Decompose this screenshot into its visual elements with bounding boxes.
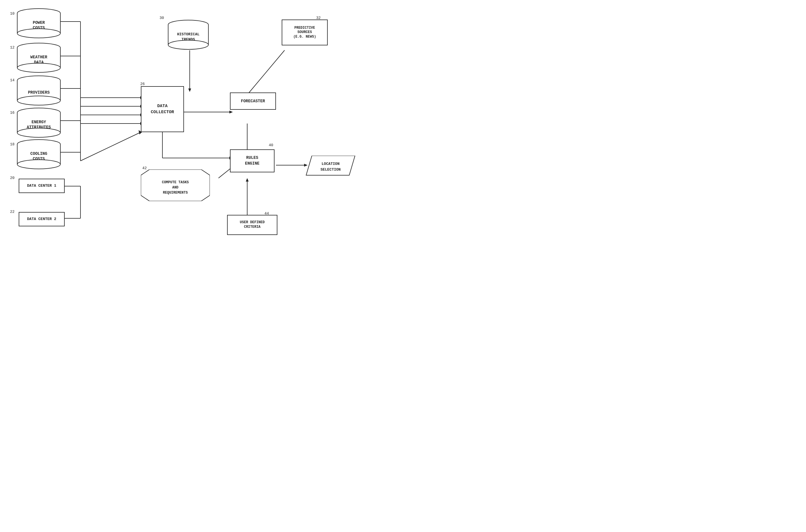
- svg-text:AND: AND: [172, 186, 179, 190]
- box-forecaster: FORECASTER: [230, 93, 276, 110]
- svg-marker-21: [188, 89, 191, 92]
- cylinder-cooling-costs: COOLING COSTS: [16, 139, 62, 171]
- ref-12: 12: [10, 45, 15, 50]
- cylinder-weather-data: WEATHER DATA: [16, 42, 62, 74]
- ref-20: 20: [10, 176, 15, 180]
- cylinder-power-costs: POWER COSTS: [16, 8, 62, 40]
- label-forecaster: FORECASTER: [241, 98, 265, 104]
- label-data-collector: DATACOLLECTOR: [151, 103, 174, 115]
- svg-text:POWER: POWER: [33, 20, 45, 25]
- label-data-center-1: DATA CENTER 1: [27, 184, 56, 188]
- svg-line-24: [247, 50, 285, 95]
- box-data-center-1: DATA CENTER 1: [19, 179, 65, 193]
- ref-16: 16: [10, 111, 15, 115]
- ref-14: 14: [10, 78, 15, 82]
- svg-text:COSTS: COSTS: [33, 25, 45, 30]
- box-rules-engine: RULESENGINE: [230, 149, 275, 172]
- ref-26: 26: [140, 82, 145, 86]
- ref-22: 22: [10, 210, 15, 214]
- label-user-defined-criteria: USER DEFINEDCRITERIA: [240, 220, 264, 229]
- box-user-defined-criteria: USER DEFINEDCRITERIA: [227, 215, 277, 235]
- svg-text:ATTRIBUTES: ATTRIBUTES: [27, 125, 51, 130]
- svg-text:LOCATION: LOCATION: [322, 162, 340, 166]
- box-data-collector: DATACOLLECTOR: [141, 86, 184, 132]
- svg-text:WEATHER: WEATHER: [31, 55, 48, 59]
- octagon-compute-tasks: COMPUTE TASKS AND REQUIREMENTS: [141, 170, 210, 201]
- svg-marker-23: [230, 111, 233, 113]
- svg-marker-34: [246, 178, 249, 182]
- ref-30: 30: [160, 16, 164, 20]
- ref-10: 10: [10, 12, 15, 16]
- svg-text:ENERGY: ENERGY: [32, 120, 46, 125]
- label-rules-engine: RULESENGINE: [245, 155, 259, 166]
- box-predictive-sources: PREDICTIVESOURCES(E.G. NEWS): [282, 20, 328, 45]
- parallelogram-location-selection: LOCATION SELECTION: [305, 156, 356, 176]
- svg-text:COSTS: COSTS: [33, 156, 45, 161]
- svg-line-18: [80, 132, 141, 161]
- svg-text:DATA: DATA: [34, 60, 44, 64]
- svg-text:HISTORICAL: HISTORICAL: [177, 32, 200, 37]
- svg-text:TRENDS: TRENDS: [182, 37, 195, 42]
- svg-text:COOLING: COOLING: [31, 151, 48, 156]
- svg-text:REQUIREMENTS: REQUIREMENTS: [163, 191, 188, 195]
- cylinder-energy-attributes: ENERGY ATTRIBUTES: [16, 108, 62, 139]
- svg-text:COMPUTE TASKS: COMPUTE TASKS: [162, 180, 189, 185]
- svg-marker-78: [141, 170, 210, 201]
- diagram: 10 POWER COSTS 12 WEATHER DATA 14 PROVID…: [0, 0, 403, 266]
- label-predictive-sources: PREDICTIVESOURCES(E.G. NEWS): [293, 26, 316, 39]
- svg-text:SELECTION: SELECTION: [320, 168, 341, 172]
- ref-18: 18: [10, 142, 15, 147]
- cylinder-providers: PROVIDERS: [16, 75, 62, 107]
- ref-40: 40: [269, 143, 273, 147]
- label-data-center-2: DATA CENTER 2: [27, 217, 56, 222]
- box-data-center-2: DATA CENTER 2: [19, 212, 65, 226]
- cylinder-historical-trends: HISTORICAL TRENDS: [167, 20, 210, 51]
- svg-point-55: [17, 96, 60, 105]
- svg-text:PROVIDERS: PROVIDERS: [28, 90, 50, 95]
